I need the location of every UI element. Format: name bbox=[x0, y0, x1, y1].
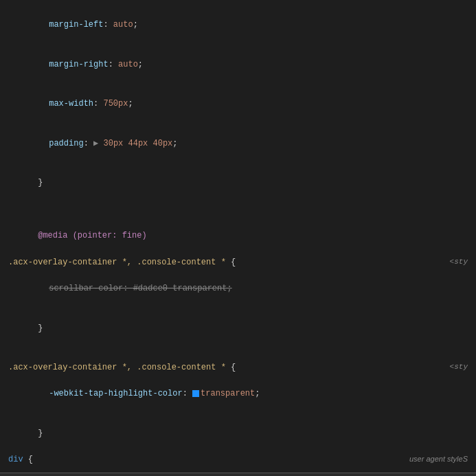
code-line: .acx-overlay-container *, .console-conte… bbox=[8, 361, 468, 374]
code-line: @media (pointer: fine) bbox=[8, 216, 468, 256]
code-line: margin-right: auto; bbox=[8, 45, 468, 85]
code-line bbox=[8, 348, 468, 361]
code-line bbox=[8, 203, 468, 216]
code-line: } bbox=[8, 308, 468, 348]
code-line: max-width: 750px; bbox=[8, 84, 468, 124]
code-line: margin-left: auto; bbox=[8, 5, 468, 45]
code-line: padding: ▶ 30px 44px 40px; bbox=[8, 124, 468, 164]
devtools-panel: margin-left: auto; margin-right: auto; m… bbox=[0, 0, 476, 476]
code-line: } bbox=[8, 414, 468, 454]
code-line: -webkit-tap-highlight-color: transparent… bbox=[8, 374, 468, 414]
code-area: margin-left: auto; margin-right: auto; m… bbox=[0, 0, 476, 473]
code-line: } bbox=[8, 163, 468, 203]
code-line: div { user agent styleS bbox=[8, 453, 468, 466]
code-line: .acx-overlay-container *, .console-conte… bbox=[8, 256, 468, 269]
code-line: scrollbar-color: #dadce0 transparent; bbox=[8, 269, 468, 309]
devtools-tab-bar: ⋮ Console What's New Issues bbox=[0, 473, 476, 476]
